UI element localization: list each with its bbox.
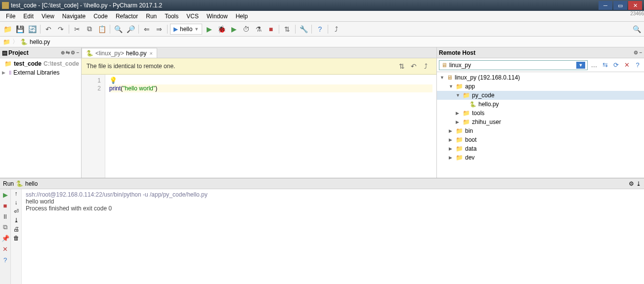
undo-icon[interactable]: ↶ <box>43 24 54 35</box>
tree-arrow-down-icon[interactable]: ▼ <box>440 75 445 80</box>
copy-icon[interactable]: ⧉ <box>84 24 95 35</box>
menu-run[interactable]: Run <box>142 12 161 21</box>
close-button[interactable]: ✕ <box>628 1 642 10</box>
remote-hide-icon[interactable]: – <box>639 50 642 55</box>
run-help-icon[interactable]: ? <box>1 255 10 264</box>
print-icon[interactable]: 🖨 <box>13 226 19 233</box>
run-config-selector[interactable]: ▶ hello ▼ <box>170 24 202 35</box>
menu-navigate[interactable]: Navigate <box>58 12 89 21</box>
remote-file-hello[interactable]: 🐍 hello.py <box>437 100 644 109</box>
tree-arrow-right-icon[interactable]: ▶ <box>449 146 454 151</box>
stop-icon[interactable]: ■ <box>1 201 10 210</box>
code-body[interactable]: 💡 print("hello world") <box>105 75 436 178</box>
remote-refresh-icon[interactable]: ⟳ <box>611 61 620 70</box>
close-run-icon[interactable]: ✕ <box>1 244 10 253</box>
paste-icon[interactable]: 📋 <box>96 24 107 35</box>
replace-icon[interactable]: 🔎 <box>125 24 136 35</box>
down-icon[interactable]: ↓ <box>15 199 18 206</box>
breadcrumb-file[interactable]: hello.py <box>30 39 50 45</box>
redo-icon[interactable]: ↷ <box>55 24 66 35</box>
scroll-end-icon[interactable]: ⤓ <box>14 217 19 224</box>
project-tool-icon: ▤ <box>2 49 7 56</box>
coverage-icon[interactable]: ▶ <box>228 24 239 35</box>
vcs-icon[interactable]: ⇅ <box>282 24 293 35</box>
tab-close-icon[interactable]: × <box>149 50 152 56</box>
remote-folder-data[interactable]: ▶ 📁 data <box>437 144 644 153</box>
tree-arrow-down-icon[interactable]: ▼ <box>449 84 454 89</box>
concurrency-icon[interactable]: ⚗ <box>253 24 264 35</box>
banner-revert-icon[interactable]: ↶ <box>408 61 420 71</box>
project-gear-icon[interactable]: ⚙ <box>71 50 75 55</box>
remote-folder-bin[interactable]: ▶ 📁 bin <box>437 126 644 135</box>
project-target-icon[interactable]: ⊕ <box>61 50 65 55</box>
menu-window[interactable]: Window <box>203 12 232 21</box>
soft-wrap-icon[interactable]: ⏎ <box>14 208 19 215</box>
run-console[interactable]: ssh://root@192.168.0.114:22/usr/bin/pyth… <box>22 189 644 284</box>
remote-folder-dev[interactable]: ▶ 📁 dev <box>437 153 644 162</box>
deploy-icon[interactable]: ⤴ <box>331 24 342 35</box>
tree-arrow-right-icon[interactable]: ▶ <box>456 111 461 116</box>
code-editor[interactable]: 1 2 💡 print("hello world") <box>82 75 436 178</box>
settings-icon[interactable]: 🔧 <box>298 24 309 35</box>
remote-more-icon[interactable]: … <box>590 61 599 70</box>
run-button-icon[interactable]: ▶ <box>204 24 215 35</box>
remote-folder-pycode[interactable]: ▼ 📁 py_code <box>437 91 644 100</box>
pin-icon[interactable]: 📌 <box>1 234 10 243</box>
menu-refactor[interactable]: Refactor <box>112 12 142 21</box>
up-icon[interactable]: ↑ <box>15 190 18 197</box>
tree-arrow-right-icon[interactable]: ▶ <box>449 128 454 133</box>
remote-help-icon[interactable]: ? <box>633 61 642 70</box>
project-hide-icon[interactable]: – <box>76 50 79 55</box>
remote-host-dropdown-icon[interactable]: ▼ <box>576 62 585 69</box>
banner-diff-icon[interactable]: ⇅ <box>396 61 408 71</box>
remote-folder-app[interactable]: ▼ 📁 app <box>437 82 644 91</box>
stop-icon[interactable]: ■ <box>265 24 276 35</box>
project-root-row[interactable]: 📁 test_code C:\test_code <box>0 59 81 68</box>
run-export-icon[interactable]: ⤓ <box>636 180 641 187</box>
save-icon[interactable]: 💾 <box>14 24 25 35</box>
restore-layout-icon[interactable]: ⧉ <box>1 223 10 232</box>
menu-file[interactable]: File <box>2 12 19 21</box>
cut-icon[interactable]: ✂ <box>72 24 83 35</box>
menu-edit[interactable]: Edit <box>19 12 38 21</box>
tree-arrow-right-icon[interactable]: ▶ <box>449 155 454 160</box>
external-libraries-row[interactable]: ▶ ⫴ External Libraries <box>0 68 81 77</box>
project-collapse-icon[interactable]: ⇆ <box>66 50 70 55</box>
banner-upload-icon[interactable]: ⤴ <box>420 61 431 71</box>
tree-arrow-down-icon[interactable]: ▼ <box>456 93 461 98</box>
remote-folder-tools[interactable]: ▶ 📁 tools <box>437 109 644 118</box>
run-gear-icon[interactable]: ⚙ <box>629 180 634 187</box>
debug-button-icon[interactable]: 🐞 <box>216 24 227 35</box>
remote-host-selector[interactable]: 🖥 linux_py ▼ <box>439 60 588 70</box>
remote-folder-zhihu[interactable]: ▶ 📁 zhihu_user <box>437 118 644 126</box>
profile-icon[interactable]: ⏱ <box>241 24 252 35</box>
remote-gear-icon[interactable]: ⚙ <box>634 50 638 55</box>
remote-disconnect-icon[interactable]: ✕ <box>622 61 631 70</box>
expand-arrow-icon[interactable]: ▶ <box>2 70 7 75</box>
intention-bulb-icon[interactable]: 💡 <box>109 77 117 84</box>
sync-icon[interactable]: 🔄 <box>27 24 38 35</box>
open-icon[interactable]: 📁 <box>2 24 13 35</box>
editor-tab[interactable]: 🐍 <linux_py> hello.py × <box>82 48 157 58</box>
menu-tools[interactable]: Tools <box>161 12 182 21</box>
tree-arrow-right-icon[interactable]: ▶ <box>456 120 461 124</box>
back-icon[interactable]: ⇐ <box>141 24 152 35</box>
menu-code[interactable]: Code <box>89 12 112 21</box>
remote-filter-icon[interactable]: ⇆ <box>601 61 609 70</box>
find-icon[interactable]: 🔍 <box>113 24 124 35</box>
menu-view[interactable]: View <box>38 12 58 21</box>
remote-folder-label: bin <box>465 127 473 134</box>
help-icon[interactable]: ? <box>314 24 325 35</box>
menu-help[interactable]: Help <box>232 12 252 21</box>
maximize-button[interactable]: ▭ <box>613 1 627 10</box>
menu-vcs[interactable]: VCS <box>182 12 203 21</box>
remote-root-row[interactable]: ▼ 🖥 linux_py (192.168.0.114) <box>437 73 644 82</box>
search-everywhere-icon[interactable]: 🔍 <box>631 24 642 35</box>
minimize-button[interactable]: ─ <box>599 1 612 10</box>
forward-icon[interactable]: ⇒ <box>154 24 165 35</box>
rerun-icon[interactable]: ▶ <box>1 190 10 199</box>
remote-folder-boot[interactable]: ▶ 📁 boot <box>437 135 644 144</box>
pause-icon[interactable]: ⏸ <box>1 212 10 221</box>
clear-icon[interactable]: 🗑 <box>13 235 19 242</box>
tree-arrow-right-icon[interactable]: ▶ <box>449 137 454 142</box>
